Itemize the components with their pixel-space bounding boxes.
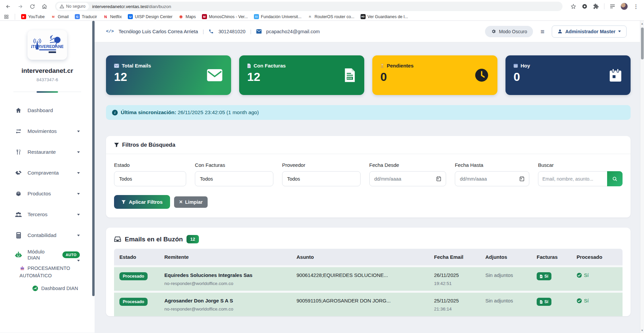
bookmark-netflix[interactable]: NNetflix xyxy=(103,14,122,19)
apps-grid-icon[interactable] xyxy=(4,14,9,19)
forward-icon[interactable] xyxy=(17,3,23,10)
fundacion-icon: 11 xyxy=(254,14,259,19)
reload-icon[interactable] xyxy=(29,3,36,10)
users-icon xyxy=(15,211,22,218)
sidebar-item-procesamiento-automatico[interactable]: PROCESAMIENTO AUTOMÁTICO xyxy=(0,261,95,282)
file-icon xyxy=(540,275,543,278)
routeros-icon: R xyxy=(308,14,313,19)
status-badge: Procesado xyxy=(119,272,148,280)
scrollbar-thumb[interactable] xyxy=(641,28,644,59)
sidebar-item-restaurante[interactable]: Restaurante xyxy=(0,142,95,162)
menu-toggle-icon[interactable]: ≡ xyxy=(540,28,544,35)
sidebar-item-contabilidad[interactable]: Contabilidad xyxy=(0,225,95,246)
user-menu-button[interactable]: Administrador Master xyxy=(552,26,627,38)
box-icon xyxy=(15,191,22,197)
sidebar-item-productos[interactable]: Productos xyxy=(0,183,95,204)
bookmark-guardianes[interactable]: HDVer Guardianes de l... xyxy=(361,14,408,19)
bookmark-youtube[interactable]: ▶YouTube xyxy=(21,14,45,19)
table-row[interactable]: Procesado Agrosander Don Jorge S A S no-… xyxy=(114,292,623,316)
bookmark-monoschinos[interactable]: MMonosChinos - Ver... xyxy=(202,14,248,19)
clear-filters-button[interactable]: ✕ Limpiar xyxy=(174,196,208,208)
media-panel-icon[interactable] xyxy=(609,3,616,10)
extension-badge-icon[interactable] xyxy=(581,3,588,10)
sender-name: Agrosander Don Jorge S A S xyxy=(164,298,286,303)
company-logo[interactable]: INTERVEREDANET xyxy=(28,30,67,60)
table-row[interactable]: Procesado Equiredes Soluciones Integrale… xyxy=(114,266,623,292)
date-picker-icon[interactable] xyxy=(436,176,441,181)
invoices-badge: Sí xyxy=(537,298,551,306)
sidebar: INTERVEREDANET interveredanet.cr 8437347… xyxy=(0,21,95,333)
fecha-hasta-input[interactable]: dd/mm/aaaa xyxy=(455,171,529,186)
warning-icon xyxy=(60,4,64,8)
search-button[interactable] xyxy=(607,171,623,186)
filter-con-facturas: Con Facturas Todos xyxy=(195,162,273,186)
sidebar-item-movimientos[interactable]: Movimientos xyxy=(0,121,95,142)
file-icon xyxy=(540,300,543,304)
col-fecha-email: Fecha Email xyxy=(429,249,480,266)
page-scrollbar[interactable]: ▲ ▼ xyxy=(640,21,644,333)
stat-card-con-facturas: Con Facturas 12 xyxy=(239,55,364,95)
processed-indicator: Sí xyxy=(577,272,617,278)
date-picker-icon[interactable] xyxy=(520,176,524,181)
sidebar-item-terceros[interactable]: Terceros xyxy=(0,204,95,225)
stat-value: 0 xyxy=(380,70,489,84)
email-date: 26/11/2025 xyxy=(434,272,475,278)
stat-card-total-emails: Total Emails 12 xyxy=(106,55,231,95)
filter-estado: Estado Todos xyxy=(114,162,186,186)
chrome-menu-icon[interactable]: ⋮ xyxy=(633,3,639,10)
email-subject: 900614228;EQUIREDES SOLUCIONE... xyxy=(291,266,429,292)
bookmark-fundacion[interactable]: 11Fundación Universit... xyxy=(254,14,302,19)
profile-avatar[interactable] xyxy=(621,3,628,10)
bookmark-traducir[interactable]: GTraducir xyxy=(75,14,97,19)
chevron-down-icon xyxy=(77,260,80,261)
sidebar-item-dashboard-dian[interactable]: Dashboard DIAN xyxy=(0,282,95,294)
calendar-icon xyxy=(609,68,622,82)
home-icon[interactable] xyxy=(41,3,48,10)
back-icon[interactable] xyxy=(5,3,11,10)
scroll-down-icon[interactable]: ▼ xyxy=(641,328,644,333)
url-bar[interactable]: No seguro interveredanetcr.ventas.test/d… xyxy=(55,2,562,11)
apply-filters-button[interactable]: Aplicar Filtros xyxy=(114,195,170,209)
status-badge: Procesado xyxy=(119,298,148,306)
filters-header: Filtros de Búsqueda xyxy=(106,136,631,154)
filter-fecha-hasta: Fecha Hasta dd/mm/aaaa xyxy=(455,162,529,186)
sender-email: no-responder@worldoffice.com.co xyxy=(164,281,286,286)
emails-panel: Emails en el Buzón 12 Estado Remitente A… xyxy=(106,228,631,316)
extensions-puzzle-icon[interactable] xyxy=(593,3,599,10)
sidebar-item-dashboard[interactable]: Dashboard xyxy=(0,100,95,121)
security-chip[interactable]: No seguro xyxy=(56,3,89,10)
sender-email: no-responder@worldoffice.com.co xyxy=(164,306,286,312)
col-remitente: Remitente xyxy=(159,249,291,266)
contact-phone: 3012481020 xyxy=(218,29,246,34)
sidebar-divider xyxy=(13,92,81,92)
toolbar-divider xyxy=(604,3,604,9)
email-count-badge: 12 xyxy=(186,235,199,243)
bookmark-star-icon[interactable] xyxy=(570,3,577,10)
clock-icon xyxy=(475,68,489,82)
scroll-up-icon[interactable]: ▲ xyxy=(641,21,644,26)
stat-value: 12 xyxy=(247,70,356,84)
search-input[interactable] xyxy=(538,171,607,186)
bookmark-maps[interactable]: ◉Maps xyxy=(178,14,196,19)
contact-breadcrumb: </> Tecnólogo Luis Carlos Correa Arrieta… xyxy=(106,29,320,34)
envelope-icon xyxy=(207,69,222,81)
sidebar-item-compraventa[interactable]: Compraventa xyxy=(0,162,95,183)
url-text: interveredanetcr.ventas.test/dian/buzon xyxy=(92,4,171,9)
sync-label: Última sincronización: xyxy=(121,109,176,115)
bookmark-uisp[interactable]: UUISP Design Center xyxy=(128,14,172,19)
dark-mode-button[interactable]: Modo Oscuro xyxy=(485,26,533,37)
email-date: 25/11/2025 xyxy=(434,298,475,303)
phone-icon xyxy=(209,29,214,34)
stat-card-hoy: Hoy 0 xyxy=(505,55,631,95)
estado-select[interactable]: Todos xyxy=(114,171,186,186)
bookmark-routeros[interactable]: RRouterOS router co... xyxy=(308,14,355,19)
filter-proveedor: Proveedor Todos xyxy=(282,162,361,186)
sidebar-scrollbar[interactable] xyxy=(92,21,95,296)
bookmark-gmail[interactable]: MGmail xyxy=(51,14,69,19)
utensils-icon xyxy=(15,149,22,155)
youtube-icon: ▶ xyxy=(21,14,26,19)
con-facturas-select[interactable]: Todos xyxy=(195,171,273,186)
proveedor-select[interactable]: Todos xyxy=(282,171,361,186)
file-invoice-icon xyxy=(344,68,356,83)
fecha-desde-input[interactable]: dd/mm/aaaa xyxy=(369,171,446,186)
